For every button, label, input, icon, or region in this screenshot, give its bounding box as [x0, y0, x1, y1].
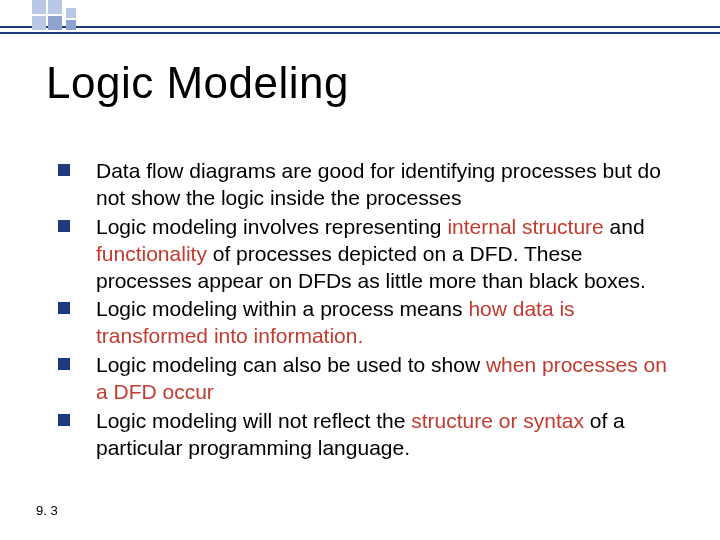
square-bullet-icon: [58, 358, 70, 370]
list-item: Logic modeling involves representing int…: [58, 214, 682, 295]
bullet-list: Data flow diagrams are good for identify…: [58, 158, 682, 464]
list-item: Logic modeling will not reflect the stru…: [58, 408, 682, 462]
list-item: Logic modeling within a process means ho…: [58, 296, 682, 350]
list-item-text: Data flow diagrams are good for identify…: [96, 158, 682, 212]
page-number: 9. 3: [36, 503, 58, 518]
square-bullet-icon: [58, 302, 70, 314]
slide-title: Logic Modeling: [46, 58, 349, 108]
square-bullet-icon: [58, 164, 70, 176]
list-item-text: Logic modeling will not reflect the stru…: [96, 408, 682, 462]
list-item-text: Logic modeling can also be used to show …: [96, 352, 682, 406]
slide-decoration: [0, 0, 720, 38]
list-item: Data flow diagrams are good for identify…: [58, 158, 682, 212]
list-item: Logic modeling can also be used to show …: [58, 352, 682, 406]
list-item-text: Logic modeling within a process means ho…: [96, 296, 682, 350]
list-item-text: Logic modeling involves representing int…: [96, 214, 682, 295]
square-bullet-icon: [58, 414, 70, 426]
square-bullet-icon: [58, 220, 70, 232]
